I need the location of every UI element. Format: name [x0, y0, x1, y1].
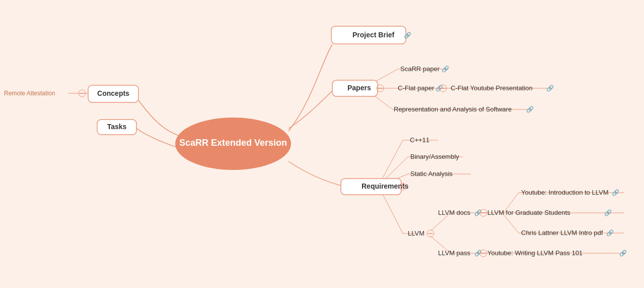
concepts-label: Concepts	[97, 89, 129, 97]
scarr-paper-link[interactable]: 🔗	[442, 65, 449, 73]
project-brief-link-icon: 🔗	[404, 31, 411, 39]
llvm-pass-yt-label: Youtube: Writing LLVM Pass 101	[487, 249, 583, 257]
llvm-pass-yt-link[interactable]: 🔗	[619, 249, 627, 257]
representation-label: Representation and Analysis of Software	[394, 105, 512, 113]
papers-label: Papers	[347, 84, 371, 92]
llvm-grad-label: LLVM for Graduate Students	[487, 209, 570, 216]
llvm-label: LLVM	[408, 229, 424, 237]
cflat-yt-link[interactable]: 🔗	[546, 84, 554, 92]
binary-label: Binary/Assembly	[410, 153, 459, 160]
chris-lattner-link[interactable]: 🔗	[606, 229, 614, 237]
llvm-docs-label: LLVM docs	[438, 209, 471, 216]
llvm-grad-link[interactable]: 🔗	[604, 209, 612, 216]
scarr-paper-label: ScaRR paper	[400, 65, 440, 73]
background	[0, 0, 644, 288]
llvm-pass-label: LLVM pass	[438, 249, 471, 257]
cpp11-label: C++11	[410, 136, 430, 144]
project-brief-label: Project Brief	[352, 31, 395, 39]
mindmap-canvas: ScaRR Extended Version Project Brief 🔗 C…	[0, 0, 644, 288]
remote-attestation-label[interactable]: Remote Attestation	[4, 90, 55, 97]
chris-lattner-label: Chris Lattner LLVM Intro pdf	[521, 229, 603, 237]
cflat-yt-label: C-Flat Youtube Presentation	[451, 84, 533, 92]
cflat-paper-label: C-Flat paper	[398, 84, 435, 92]
llvm-intro-link[interactable]: 🔗	[612, 189, 619, 196]
tasks-label: Tasks	[107, 123, 127, 131]
static-analysis-label: Static Analysis	[410, 170, 453, 178]
center-label: ScaRR Extended Version	[179, 138, 287, 148]
representation-link[interactable]: 🔗	[526, 105, 534, 113]
llvm-intro-label: Youtube: Introduction to LLVM	[521, 189, 608, 196]
